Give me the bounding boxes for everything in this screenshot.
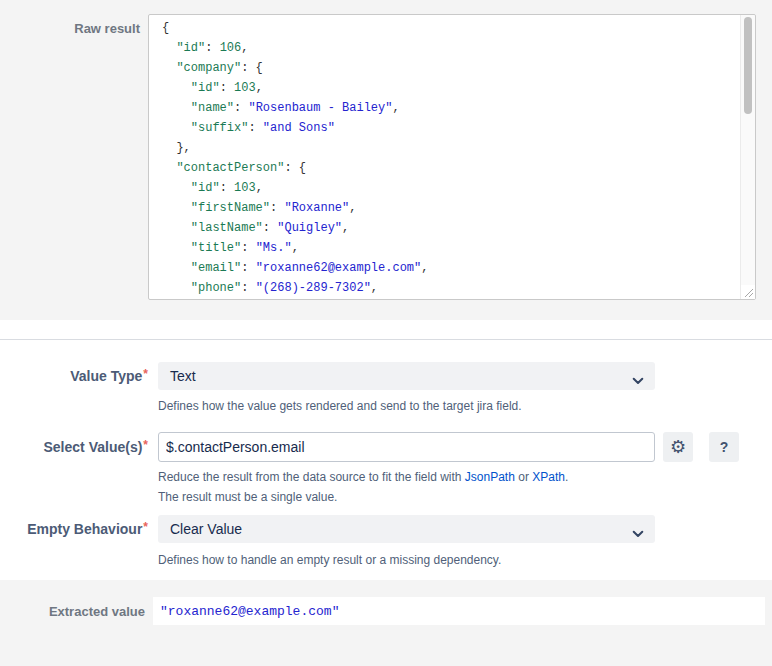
value-type-select[interactable]: Text (158, 362, 655, 390)
select-values-label: Select Value(s)* (0, 439, 148, 455)
raw-result-label: Raw result (0, 21, 140, 36)
extracted-value-label: Extracted value (0, 604, 148, 619)
select-values-label-text: Select Value(s) (44, 439, 143, 455)
empty-behaviour-selected-option: Clear Value (170, 521, 242, 537)
empty-behaviour-select[interactable]: Clear Value (158, 515, 655, 543)
select-values-row: Select Value(s)* ⚙ ? (0, 432, 772, 462)
raw-result-scrollbar[interactable] (740, 15, 755, 299)
settings-button[interactable]: ⚙ (663, 432, 693, 462)
raw-result-textarea[interactable]: { "id": 106, "company": { "id": 103, "na… (148, 14, 756, 300)
value-type-helper: Defines how the value gets rendered and … (158, 399, 522, 413)
empty-behaviour-helper: Defines how to handle an empty result or… (158, 553, 501, 567)
select-values-helper: Reduce the result from the data source t… (158, 470, 568, 484)
empty-behaviour-row: Empty Behaviour* Clear Value (0, 515, 772, 543)
extracted-value-box: "roxanne62@example.com" (153, 597, 765, 625)
empty-behaviour-label: Empty Behaviour* (0, 521, 148, 537)
scrollbar-thumb[interactable] (744, 17, 752, 114)
helper-text-part: or (515, 470, 532, 484)
select-values-input[interactable] (158, 432, 655, 462)
jsonpath-link[interactable]: JsonPath (465, 470, 515, 484)
gear-icon: ⚙ (670, 438, 686, 456)
extracted-value-row: Extracted value "roxanne62@example.com" (0, 597, 772, 625)
value-type-row: Value Type* Text (0, 362, 772, 390)
extracted-value-text: "roxanne62@example.com" (160, 604, 339, 619)
xpath-link[interactable]: XPath (532, 470, 565, 484)
value-type-label: Value Type* (0, 368, 148, 384)
raw-result-code: { "id": 106, "company": { "id": 103, "na… (149, 15, 739, 299)
required-asterisk: * (143, 367, 148, 381)
question-mark-icon: ? (720, 439, 729, 455)
chevron-down-icon (632, 372, 644, 388)
chevron-down-icon (632, 525, 644, 541)
value-type-selected-option: Text (170, 368, 196, 384)
empty-behaviour-label-text: Empty Behaviour (27, 521, 142, 537)
help-button[interactable]: ? (709, 432, 739, 462)
required-asterisk: * (143, 438, 148, 452)
helper-text-part: Reduce the result from the data source t… (158, 470, 465, 484)
required-asterisk: * (143, 520, 148, 534)
resize-grip-icon[interactable] (741, 285, 755, 299)
value-type-label-text: Value Type (70, 368, 142, 384)
section-divider (0, 339, 772, 340)
single-value-helper: The result must be a single value. (158, 490, 337, 504)
helper-text-part: . (565, 470, 568, 484)
raw-result-section: Raw result { "id": 106, "company": { "id… (0, 0, 772, 320)
